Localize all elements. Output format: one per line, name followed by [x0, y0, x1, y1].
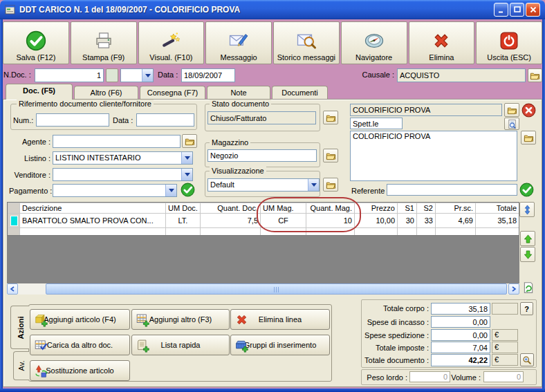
totals-zoom-button[interactable] — [520, 353, 534, 366]
minimize-button[interactable] — [494, 3, 508, 17]
magazzino-lookup-button[interactable] — [323, 149, 338, 162]
add-other-button[interactable]: Aggiungi altro (F3) — [131, 309, 230, 330]
magazzino-input[interactable] — [207, 149, 317, 162]
spese-incasso-input[interactable] — [431, 316, 490, 328]
exit-button[interactable]: Uscita (ESC) — [476, 21, 542, 64]
chevron-down-icon[interactable] — [142, 69, 153, 82]
spese-spedizione-input[interactable] — [431, 329, 490, 341]
rif-num-input[interactable] — [36, 113, 109, 127]
doc-number-input[interactable] — [35, 68, 104, 82]
row-move-down-button[interactable] — [520, 247, 535, 262]
stato-lookup-button[interactable] — [323, 111, 338, 124]
indirizzo-lookup-button[interactable] — [521, 131, 536, 144]
agente-lookup-button[interactable] — [182, 134, 197, 148]
totale-corpo-input[interactable] — [431, 303, 490, 315]
venditore-combobox[interactable] — [53, 168, 193, 181]
add-article-button[interactable]: Aggiungi articolo (F4) — [30, 309, 130, 330]
col-totale[interactable]: Totale — [476, 203, 519, 214]
scroll-left-button[interactable] — [7, 283, 18, 295]
agente-input[interactable] — [53, 135, 181, 148]
chevron-down-icon[interactable] — [308, 179, 319, 191]
col-prezzo[interactable]: Prezzo — [355, 203, 398, 214]
doc-date-input[interactable] — [181, 68, 235, 82]
referente-input[interactable] — [387, 184, 517, 196]
listino-label: Listino : — [9, 154, 50, 162]
scroll-right-button[interactable] — [508, 283, 519, 295]
volume-label: Volume : — [450, 373, 481, 382]
rif-data-input[interactable] — [136, 113, 194, 127]
totale-documento-input[interactable] — [431, 354, 490, 366]
preview-button[interactable]: Visual. (F10) — [138, 21, 205, 64]
cliente-input[interactable] — [350, 104, 502, 116]
col-um-mag[interactable]: UM Mag. — [261, 203, 306, 214]
recalc-button[interactable] — [521, 280, 535, 295]
message-button[interactable]: Messaggio — [205, 21, 272, 64]
insert-groups-button[interactable]: Gruppi di inserimento — [230, 335, 330, 355]
load-from-doc-button[interactable]: Carica da altro doc. — [30, 335, 130, 355]
title-bar[interactable]: DDT CARICO N. 1 del 18/09/2007 - COLORIF… — [0, 0, 545, 19]
pagamento-combobox[interactable] — [53, 184, 177, 197]
chevron-down-icon[interactable] — [181, 169, 192, 180]
col-descrizione[interactable]: Descrizione — [20, 203, 166, 214]
grid-data-row[interactable]: BARATTOLO SMALTO PROVA CON... LT. 7,5 CF… — [8, 214, 519, 228]
col-prsc[interactable]: Pr.sc. — [436, 203, 476, 214]
indirizzo-textarea[interactable]: COLORIFICIO PROVA — [350, 131, 517, 181]
doc-number-spin-button[interactable] — [106, 68, 118, 82]
visualizzazione-combobox[interactable]: Default — [207, 178, 320, 192]
col-s1[interactable]: S1 — [398, 203, 417, 214]
tab-avanzate[interactable]: Av. — [13, 351, 29, 380]
chevron-down-icon[interactable] — [181, 152, 192, 164]
tab-doc[interactable]: Doc. (F5) — [6, 84, 73, 100]
tab-documenti[interactable]: Documenti — [272, 86, 328, 99]
cell-um-doc: LT. — [166, 214, 201, 228]
spettle-input[interactable] — [350, 118, 403, 129]
print-button[interactable]: Stampa (F9) — [71, 21, 137, 64]
tab-note[interactable]: Note — [207, 86, 270, 99]
col-quant-doc[interactable]: Quant. Doc. — [201, 203, 261, 214]
save-check-icon — [26, 30, 46, 51]
listino-combobox[interactable]: LISTINO INTESTATARIO — [53, 151, 193, 165]
replace-article-button[interactable]: Sostituzione articolo — [30, 360, 130, 381]
tab-doc-label: Doc. (F5) — [23, 86, 55, 95]
causale-input[interactable] — [397, 68, 526, 82]
tab-consegna[interactable]: Consegna (F7) — [140, 86, 205, 99]
tab-azioni[interactable]: Azioni — [10, 306, 29, 349]
anagrafica-preview-button[interactable] — [504, 118, 519, 130]
col-um-doc[interactable]: UM Doc. — [166, 203, 201, 214]
horizontal-scrollbar[interactable] — [7, 283, 519, 295]
quick-list-button[interactable]: Lista rapida — [131, 335, 230, 355]
close-button[interactable] — [526, 3, 540, 17]
chevron-down-icon[interactable] — [165, 185, 176, 196]
main-toolbar: Salva (F12) Stampa (F9) Visual. (F10) Me… — [3, 21, 542, 64]
volume-input[interactable] — [483, 371, 524, 382]
tab-altro[interactable]: Altro (F6) — [74, 86, 138, 99]
totals-help-button[interactable]: ? — [520, 302, 533, 315]
delete-line-button[interactable]: Elimina linea — [230, 309, 330, 330]
cliente-lookup-button[interactable] — [504, 103, 519, 117]
doc-series-combobox[interactable] — [120, 68, 154, 82]
peso-lordo-input[interactable] — [409, 371, 450, 382]
referente-confirm-check-icon[interactable] — [519, 183, 534, 197]
causale-lookup-button[interactable] — [528, 68, 542, 82]
quick-list-label: Lista rapida — [161, 341, 201, 349]
row-sort-button[interactable] — [519, 202, 535, 217]
maximize-button[interactable] — [510, 3, 524, 17]
row-move-up-button[interactable] — [520, 231, 535, 246]
col-quant-mag[interactable]: Quant. Mag. — [306, 203, 355, 214]
col-s2[interactable]: S2 — [417, 203, 436, 214]
pagamento-confirm-check-icon[interactable] — [181, 183, 195, 197]
visualizzazione-lookup-button[interactable] — [323, 178, 338, 192]
scrollbar-thumb[interactable] — [46, 283, 507, 295]
cliente-clear-x-icon[interactable] — [521, 103, 536, 118]
navigator-button[interactable]: Navigatore — [341, 21, 407, 64]
message-history-button[interactable]: Storico messaggi — [273, 21, 340, 64]
delete-label: Elimina — [429, 53, 454, 62]
delete-button[interactable]: Elimina — [409, 21, 475, 64]
stato-input[interactable] — [207, 111, 316, 124]
save-button[interactable]: Salva (F12) — [3, 21, 69, 64]
totale-imposte-input[interactable] — [431, 342, 490, 353]
folder-icon — [326, 180, 336, 190]
col-marker[interactable] — [8, 203, 20, 214]
cube-plus-icon — [34, 312, 48, 327]
arrow-up-icon — [523, 234, 533, 244]
